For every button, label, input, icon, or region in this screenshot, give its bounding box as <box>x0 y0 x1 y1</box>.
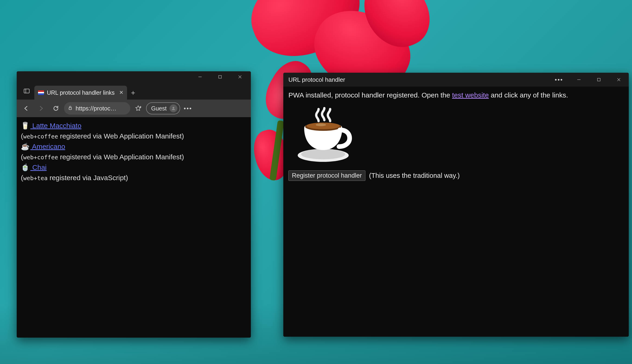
address-bar[interactable]: https://protoc… <box>64 102 130 114</box>
pwa-menu-button[interactable]: ••• <box>549 74 569 85</box>
pwa-title: URL protocol handler <box>288 76 345 83</box>
registration-note: (web+tea registered via JavaScript) <box>21 172 247 183</box>
window-minimize-button[interactable] <box>569 74 589 85</box>
svg-rect-1 <box>219 76 222 78</box>
profile-avatar-icon <box>169 104 177 112</box>
pwa-page-content: PWA installed, protocol handler register… <box>283 86 629 337</box>
window-close-button[interactable] <box>609 74 629 85</box>
svg-point-15 <box>301 149 345 159</box>
registration-note: (web+coffee registered via Web Applicati… <box>21 152 247 162</box>
link-row: 🥛 Latte Macchiato <box>21 120 247 131</box>
tab-title: URL protocol handler links <box>47 90 115 96</box>
drink-emoji-icon: 🥛 <box>21 122 30 130</box>
window-maximize-button[interactable] <box>589 74 609 85</box>
lock-icon <box>68 105 73 112</box>
link-row: ☕ Americano <box>21 141 247 152</box>
tab-strip: URL protocol handler links ✕ ＋ <box>17 82 251 100</box>
browser-toolbar: https://protoc… Guest ••• <box>17 100 251 117</box>
tab-favicon-icon <box>38 90 44 95</box>
profile-label: Guest <box>151 105 167 112</box>
register-protocol-button[interactable]: Register protocol handler <box>288 170 365 181</box>
tab-close-button[interactable]: ✕ <box>119 90 123 96</box>
svg-point-9 <box>172 107 174 108</box>
pwa-window: URL protocol handler ••• PWA installed, … <box>283 73 629 337</box>
nav-forward-button[interactable] <box>34 102 48 115</box>
svg-point-18 <box>316 124 326 126</box>
pwa-titlebar: URL protocol handler ••• <box>283 73 629 86</box>
svg-rect-4 <box>24 89 30 93</box>
coffee-cup-icon <box>288 106 358 166</box>
nav-reload-button[interactable] <box>49 102 63 115</box>
window-titlebar <box>17 71 251 82</box>
profile-button[interactable]: Guest <box>146 102 180 114</box>
drink-link-americano[interactable]: Americano <box>30 143 65 150</box>
browser-tab[interactable]: URL protocol handler links ✕ <box>34 86 127 100</box>
svg-rect-6 <box>69 108 72 110</box>
address-url: https://protoc… <box>76 105 116 112</box>
registration-note: (web+coffee registered via Web Applicati… <box>21 131 247 141</box>
window-minimize-button[interactable] <box>190 71 210 82</box>
link-row: 🍵 Chai <box>21 162 247 172</box>
svg-rect-11 <box>597 78 600 81</box>
test-website-link[interactable]: test website <box>452 91 489 99</box>
drink-link-latte[interactable]: Latte Macchiato <box>30 122 81 130</box>
window-close-button[interactable] <box>230 71 250 82</box>
drink-emoji-icon: ☕ <box>21 143 30 150</box>
page-content: 🥛 Latte Macchiato (web+coffee registered… <box>17 117 251 338</box>
new-tab-button[interactable]: ＋ <box>127 86 139 100</box>
window-maximize-button[interactable] <box>210 71 230 82</box>
drink-link-chai[interactable]: Chai <box>30 164 47 171</box>
nav-back-button[interactable] <box>20 102 33 115</box>
favorites-button[interactable] <box>132 102 145 114</box>
browser-window: URL protocol handler links ✕ ＋ https://p… <box>17 71 251 338</box>
tab-actions-button[interactable] <box>19 82 34 100</box>
menu-button[interactable]: ••• <box>181 105 194 112</box>
intro-text: PWA installed, protocol handler register… <box>288 91 624 99</box>
register-note: (This uses the traditional way.) <box>369 172 460 180</box>
drink-emoji-icon: 🍵 <box>21 164 30 171</box>
